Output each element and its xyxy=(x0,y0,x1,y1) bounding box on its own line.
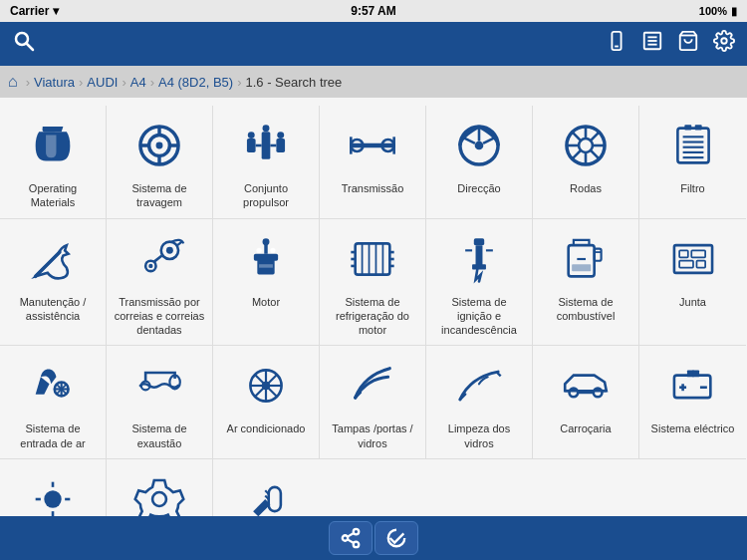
svg-line-42 xyxy=(572,132,581,140)
svg-rect-89 xyxy=(679,250,688,257)
wrench-icon xyxy=(23,229,83,289)
oil-icon xyxy=(23,116,83,175)
svg-rect-18 xyxy=(247,139,256,152)
svg-rect-63 xyxy=(259,264,273,267)
svg-line-59 xyxy=(154,255,162,261)
grid-item-propulsor[interactable]: Conjuntopropulsor xyxy=(213,106,320,219)
svg-point-109 xyxy=(594,389,603,398)
svg-line-1 xyxy=(27,44,34,51)
carrier-label: Carrier xyxy=(10,4,49,18)
toolbar-right xyxy=(606,30,735,58)
piston-icon xyxy=(236,229,296,289)
svg-rect-80 xyxy=(476,245,483,266)
bottom-bar xyxy=(0,516,747,560)
svg-point-9 xyxy=(721,38,727,44)
body-icon xyxy=(556,356,616,416)
svg-point-58 xyxy=(148,263,152,267)
svg-rect-85 xyxy=(595,248,602,260)
motor-label: Motor xyxy=(252,295,280,309)
grid-item-entrada-ar[interactable]: Sistema deentrada de ar xyxy=(0,346,107,459)
phone-icon[interactable] xyxy=(606,30,627,58)
manutencao-label: Manutenção /assistência xyxy=(20,295,87,324)
grid-item-filtro[interactable]: Filtro xyxy=(639,106,746,219)
grid-item-exaustao[interactable]: Sistema deexaustão xyxy=(107,346,213,459)
plug-icon xyxy=(237,469,297,516)
svg-point-56 xyxy=(166,246,173,253)
wiper2-icon xyxy=(449,356,509,416)
grid-item-tampas[interactable]: Tampas /portas /vidros xyxy=(320,346,426,459)
main-grid: OperatingMaterials Sistema detravagem Co… xyxy=(0,98,747,516)
gasket-icon xyxy=(663,229,723,289)
svg-point-37 xyxy=(579,139,593,152)
grid-item-extra3[interactable] xyxy=(213,459,320,516)
svg-rect-88 xyxy=(673,245,711,273)
grid-item-correias[interactable]: Transmissão porcorreias e correiasdentad… xyxy=(107,219,213,347)
grid-item-combustivel[interactable]: Sistema decombustível xyxy=(533,219,639,347)
svg-line-45 xyxy=(572,150,581,159)
diag-button[interactable] xyxy=(374,521,418,555)
search-icon[interactable] xyxy=(12,29,36,59)
share-button[interactable] xyxy=(329,521,373,555)
status-left: Carrier ▾ xyxy=(10,4,59,18)
grid-item-ignicao[interactable]: Sistema deignição eincandescência xyxy=(426,219,533,347)
breadcrumb-a4[interactable]: A4 xyxy=(130,75,146,90)
svg-point-67 xyxy=(270,247,275,252)
rodas-label: Rodas xyxy=(570,181,602,195)
grid-item-direccao[interactable]: Direcção xyxy=(426,106,533,219)
svg-point-108 xyxy=(570,389,579,398)
battery-icon xyxy=(663,356,723,416)
cart-icon[interactable] xyxy=(677,30,699,58)
grid-item-extra1[interactable] xyxy=(0,459,107,516)
svg-line-60 xyxy=(177,241,181,244)
home-icon[interactable]: ⌂ xyxy=(8,73,18,91)
combustivel-label: Sistema decombustível xyxy=(557,295,616,324)
svg-rect-91 xyxy=(679,260,693,267)
grid-item-travagem[interactable]: Sistema detravagem xyxy=(107,106,213,219)
grid-item-motor[interactable]: Motor xyxy=(213,219,320,347)
svg-point-32 xyxy=(475,141,484,150)
svg-rect-81 xyxy=(472,264,486,269)
brake-icon xyxy=(129,116,189,175)
svg-point-65 xyxy=(263,238,270,245)
svg-rect-84 xyxy=(569,245,595,276)
settings-icon[interactable] xyxy=(713,30,735,58)
transmission-icon xyxy=(236,116,296,175)
grid-item-ar-condicionado[interactable]: Ar condicionado xyxy=(213,346,320,459)
breadcrumb-sep-4: › xyxy=(237,75,241,90)
belt-icon xyxy=(129,229,189,289)
grid-item-manutencao[interactable]: Manutenção /assistência xyxy=(0,219,107,347)
grid-row-2: Manutenção /assistência Transmissão porc… xyxy=(0,219,747,347)
breadcrumb-sep-0: › xyxy=(26,75,30,90)
shaft-icon xyxy=(343,116,402,175)
breadcrumb-sep-1: › xyxy=(79,75,83,90)
breadcrumb-sep-2: › xyxy=(122,75,125,90)
grid-item-electrico[interactable]: Sistema eléctrico xyxy=(639,346,746,459)
list-icon[interactable] xyxy=(641,30,663,58)
svg-point-13 xyxy=(156,142,163,149)
grid-item-transmissao[interactable]: Transmissão xyxy=(320,106,426,219)
grid-row-4 xyxy=(0,459,747,516)
svg-point-130 xyxy=(354,542,360,548)
filtro-label: Filtro xyxy=(680,181,704,195)
breadcrumb-viatura[interactable]: Viatura xyxy=(34,75,75,90)
breadcrumb-sep-3: › xyxy=(150,75,154,90)
svg-rect-92 xyxy=(696,260,705,267)
grid-item-limpeza[interactable]: Limpeza dosvidros xyxy=(426,346,533,459)
grid-item-refrigeracao[interactable]: Sistema derefrigeração domotor xyxy=(320,219,426,347)
grid-item-carrocaria[interactable]: Carroçaria xyxy=(533,346,639,459)
svg-rect-68 xyxy=(356,243,390,274)
breadcrumb-a4b5[interactable]: A4 (8D2, B5) xyxy=(158,75,233,90)
svg-point-24 xyxy=(263,125,270,132)
svg-line-131 xyxy=(348,539,354,543)
grid-item-rodas[interactable]: Rodas xyxy=(533,106,639,219)
grid-item-operating-materials[interactable]: OperatingMaterials xyxy=(0,106,107,219)
svg-point-119 xyxy=(44,490,61,507)
svg-point-25 xyxy=(277,132,284,139)
svg-rect-62 xyxy=(254,253,278,260)
status-right: 100% ▮ xyxy=(699,5,737,18)
electrico-label: Sistema eléctrico xyxy=(651,421,735,435)
grid-item-extra2[interactable] xyxy=(107,459,213,516)
grid-row-3: Sistema deentrada de ar Sistema deexaust… xyxy=(0,346,747,459)
grid-item-junta[interactable]: Junta xyxy=(639,219,746,347)
breadcrumb-audi[interactable]: AUDI xyxy=(87,75,118,90)
